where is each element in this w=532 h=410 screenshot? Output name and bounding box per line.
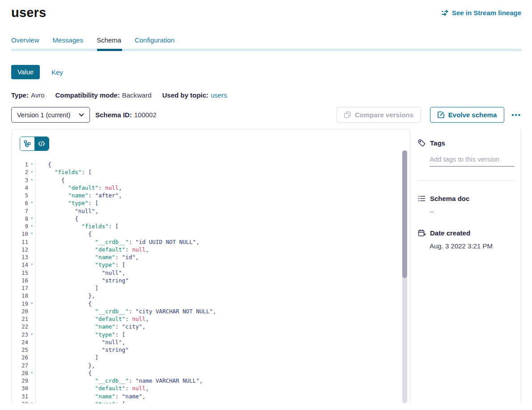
tab-schema[interactable]: Schema [97,36,121,49]
evolve-schema-button[interactable]: Evolve schema [430,107,504,123]
line-number: 17 [12,284,28,292]
fold-spacer [28,338,35,346]
line-number: 30 [12,384,28,392]
code-line: 32▼ "type": [ [12,400,410,403]
edit-icon [438,111,444,118]
line-number: 26 [12,354,28,361]
tab-messages[interactable]: Messages [53,36,83,49]
sidebar-divider [418,180,515,181]
code-text: "fields": [ [35,168,410,176]
code-line: 4 "default": null, [12,184,410,192]
code-text: ] [35,354,410,361]
schema-id-value: 100002 [134,111,157,119]
code-line: 1▼{ [12,161,410,168]
fold-spacer [28,253,35,261]
code-view-button[interactable] [34,137,49,150]
version-bar: Version 1 (current) Schema ID:100002 Com… [11,107,521,123]
fold-toggle-icon[interactable]: ▼ [28,300,35,308]
line-number: 13 [12,253,28,261]
fold-toggle-icon[interactable]: ▼ [28,168,35,176]
compare-icon [344,111,351,118]
line-number: 24 [12,338,28,346]
code-text: "__crdb__": "id UUID NOT NULL", [35,238,410,246]
code-line: 2▼ "fields": [ [12,168,410,176]
tree-view-button[interactable] [20,137,34,150]
schema-id: Schema ID:100002 [95,111,157,119]
fold-toggle-icon[interactable]: ▼ [28,222,35,230]
line-number: 8 [12,215,28,222]
code-line: 27 }, [12,362,410,369]
code-text: "type": [ [35,199,410,207]
code-line: 12 "default": null, [12,246,410,253]
more-actions-button[interactable]: ••• [511,111,521,119]
key-toggle-link[interactable]: Key [51,68,63,76]
fold-toggle-icon[interactable]: ▼ [28,331,35,338]
line-number: 29 [12,377,28,384]
fold-spacer [28,354,35,361]
code-line: 20 "__crdb__": "city VARCHAR NOT NULL", [12,308,410,315]
schema-editor-card: 1▼{2▼ "fields": [3▼ {4 "default": null,5… [11,129,410,403]
fold-toggle-icon[interactable]: ▼ [28,369,35,377]
evolve-schema-label: Evolve schema [448,111,497,119]
date-created-title-label: Date created [430,229,470,237]
meta-compatibility: Compatibility mode:Backward [55,91,151,99]
topic-users-link[interactable]: users [211,91,227,99]
fold-toggle-icon[interactable]: ▼ [28,215,35,222]
code-line: 15 "null", [12,269,410,277]
code-text: "null", [35,269,410,277]
code-text: "default": null, [35,315,410,323]
code-line: 25 "string" [12,346,410,354]
code-line: 10▼ { [12,230,410,238]
schema-doc-title-label: Schema doc [430,195,469,202]
line-number: 22 [12,323,28,330]
line-number: 25 [12,346,28,354]
add-tags-input[interactable] [430,155,515,167]
schema-page: users See in Stream lineage Overview Mes… [0,0,532,410]
fold-toggle-icon[interactable]: ▼ [28,261,35,269]
fold-spacer [28,323,35,330]
code-text: "__crdb__": "city VARCHAR NOT NULL", [35,308,410,315]
version-select[interactable]: Version 1 (current) [11,107,90,123]
line-number: 6 [12,199,28,207]
code-text: "default": null, [35,246,410,253]
fold-toggle-icon[interactable]: ▼ [28,230,35,238]
code-text: { [35,215,410,222]
see-in-stream-lineage-link[interactable]: See in Stream lineage [441,9,521,17]
fold-toggle-icon[interactable]: ▼ [28,199,35,207]
tab-configuration[interactable]: Configuration [135,36,174,49]
line-number: 11 [12,238,28,246]
fold-spacer [28,238,35,246]
fold-spacer [28,292,35,299]
meta-type-value: Avro [31,91,45,99]
meta-used-by-topic: Used by topic:users [162,91,227,99]
code-text: "name": "name", [35,393,410,400]
line-number: 14 [12,261,28,269]
line-number: 27 [12,362,28,369]
compare-versions-button[interactable]: Compare versions [336,107,421,123]
fold-toggle-icon[interactable]: ▼ [28,176,35,184]
code-text: "name": "city", [35,323,410,330]
code-text: "type": [ [35,261,410,269]
line-number: 4 [12,184,28,192]
fold-toggle-icon[interactable]: ▼ [28,400,35,403]
line-number: 31 [12,393,28,400]
meta-topic-label: Used by topic: [162,91,209,99]
line-number: 32 [12,400,28,403]
fold-spacer [28,277,35,284]
value-toggle-button[interactable]: Value [11,65,40,79]
code-line: 3▼ { [12,176,410,184]
code-text: "type": [ [35,331,410,338]
tag-icon [418,139,426,147]
fold-spacer [28,284,35,292]
editor-scrollbar[interactable] [402,150,407,403]
tab-overview[interactable]: Overview [11,36,39,49]
tab-underline-track [11,49,521,51]
tree-view-icon [24,140,31,147]
code-text: "type": [ [35,400,410,403]
version-select-value: Version 1 (current) [17,111,70,119]
fold-spacer [28,192,35,199]
code-text: "string" [35,277,410,284]
fold-toggle-icon[interactable]: ▼ [28,161,35,168]
editor-scrollbar-thumb[interactable] [402,150,407,278]
line-number: 10 [12,230,28,238]
